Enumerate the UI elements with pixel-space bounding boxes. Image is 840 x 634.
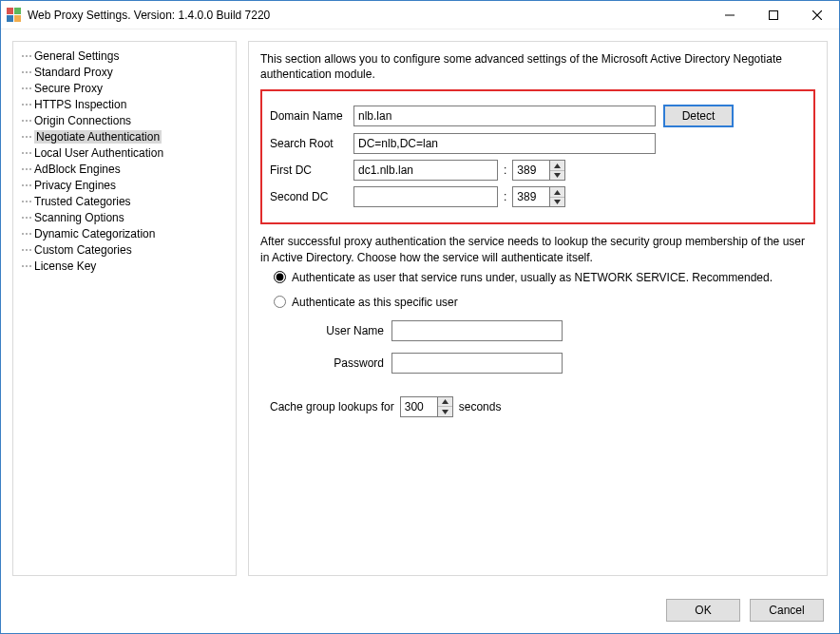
sidebar-item-custom-categories[interactable]: ⋯Custom Categories bbox=[17, 241, 232, 258]
ok-button[interactable]: OK bbox=[666, 599, 740, 622]
svg-marker-4 bbox=[554, 163, 561, 168]
auth-radio-specific-user[interactable]: Authenticate as this specific user bbox=[274, 296, 815, 309]
sidebar-item-standard-proxy[interactable]: ⋯Standard Proxy bbox=[17, 64, 232, 80]
close-button[interactable] bbox=[795, 1, 839, 29]
sidebar-item-general-settings[interactable]: ⋯General Settings bbox=[17, 48, 232, 64]
second-dc-port-input[interactable] bbox=[512, 186, 550, 207]
first-dc-row: First DC : bbox=[270, 160, 806, 181]
username-row: User Name bbox=[308, 320, 815, 341]
password-row: Password bbox=[308, 353, 815, 374]
sidebar-item-negotiate-authentication[interactable]: ⋯Negotiate Authentication bbox=[17, 128, 232, 144]
domain-name-input[interactable] bbox=[353, 106, 656, 126]
settings-window: Web Proxy Settings. Version: 1.4.0.0 Bui… bbox=[0, 0, 840, 634]
password-label: Password bbox=[308, 356, 384, 370]
cancel-button[interactable]: Cancel bbox=[750, 599, 824, 622]
auth-radio-specific-user-label: Authenticate as this specific user bbox=[292, 296, 458, 309]
sidebar-item-origin-connections[interactable]: ⋯Origin Connections bbox=[17, 112, 232, 128]
second-dc-host-input[interactable] bbox=[353, 186, 498, 207]
cache-seconds-input[interactable] bbox=[400, 396, 438, 417]
sidebar-item-trusted-categories[interactable]: ⋯Trusted Categories bbox=[17, 193, 232, 209]
title-bar: Web Proxy Settings. Version: 1.4.0.0 Bui… bbox=[1, 1, 839, 29]
sidebar-item-local-user-authentication[interactable]: ⋯Local User Authentication bbox=[17, 144, 232, 161]
maximize-button[interactable] bbox=[752, 1, 795, 29]
svg-rect-1 bbox=[770, 10, 778, 19]
highlighted-region: Domain Name Detect Search Root First DC … bbox=[260, 89, 815, 224]
domain-name-row: Domain Name Detect bbox=[270, 105, 806, 127]
window-title: Web Proxy Settings. Version: 1.4.0.0 Bui… bbox=[28, 9, 270, 22]
sidebar: ⋯General Settings ⋯Standard Proxy ⋯Secur… bbox=[12, 41, 237, 576]
search-root-row: Search Root bbox=[270, 133, 806, 154]
detect-button[interactable]: Detect bbox=[663, 105, 734, 127]
sidebar-item-https-inspection[interactable]: ⋯HTTPS Inspection bbox=[17, 96, 232, 112]
minimize-button[interactable] bbox=[708, 1, 752, 29]
second-dc-port-down[interactable] bbox=[550, 198, 564, 207]
auth-radio-specific-user-input[interactable] bbox=[274, 296, 286, 308]
window-controls bbox=[708, 1, 839, 29]
second-dc-port-up[interactable] bbox=[550, 187, 564, 198]
cache-suffix: seconds bbox=[459, 400, 502, 413]
auth-explain-text: After successful proxy authentication th… bbox=[260, 234, 815, 264]
first-dc-port-down[interactable] bbox=[550, 171, 564, 181]
second-dc-label: Second DC bbox=[270, 190, 353, 203]
first-dc-port-input[interactable] bbox=[512, 160, 550, 181]
svg-marker-9 bbox=[442, 410, 449, 414]
sidebar-item-privacy-engines[interactable]: ⋯Privacy Engines bbox=[17, 177, 232, 193]
first-dc-label: First DC bbox=[270, 163, 353, 177]
auth-radio-network-service-input[interactable] bbox=[274, 271, 286, 283]
colon-separator: : bbox=[504, 163, 506, 177]
password-input[interactable] bbox=[391, 353, 563, 374]
sidebar-item-scanning-options[interactable]: ⋯Scanning Options bbox=[17, 209, 232, 225]
sidebar-item-license-key[interactable]: ⋯License Key bbox=[17, 258, 232, 274]
body: ⋯General Settings ⋯Standard Proxy ⋯Secur… bbox=[1, 29, 839, 587]
app-icon bbox=[7, 8, 22, 23]
sidebar-item-adblock-engines[interactable]: ⋯AdBlock Engines bbox=[17, 161, 232, 177]
domain-name-label: Domain Name bbox=[270, 109, 353, 123]
sidebar-item-dynamic-categorization[interactable]: ⋯Dynamic Categorization bbox=[17, 225, 232, 241]
cache-seconds-down[interactable] bbox=[438, 407, 452, 416]
intro-text: This section allows you to configure som… bbox=[260, 51, 815, 82]
search-root-input[interactable] bbox=[353, 133, 656, 154]
svg-marker-5 bbox=[554, 173, 561, 178]
cache-prefix: Cache group lookups for bbox=[270, 400, 394, 413]
cache-row: Cache group lookups for seconds bbox=[270, 396, 815, 417]
main-panel: This section allows you to configure som… bbox=[248, 41, 828, 576]
first-dc-port-up[interactable] bbox=[550, 161, 564, 171]
username-input[interactable] bbox=[391, 320, 563, 341]
first-dc-host-input[interactable] bbox=[353, 160, 498, 181]
second-dc-row: Second DC : bbox=[270, 186, 806, 207]
auth-radio-network-service-label: Authenticate as user that service runs u… bbox=[292, 271, 773, 284]
sidebar-item-secure-proxy[interactable]: ⋯Secure Proxy bbox=[17, 80, 232, 96]
svg-marker-8 bbox=[442, 399, 449, 404]
svg-marker-7 bbox=[554, 200, 561, 204]
search-root-label: Search Root bbox=[270, 137, 353, 150]
username-label: User Name bbox=[308, 324, 384, 337]
cache-seconds-up[interactable] bbox=[438, 397, 452, 408]
auth-radio-network-service[interactable]: Authenticate as user that service runs u… bbox=[274, 271, 815, 284]
colon-separator: : bbox=[504, 190, 506, 203]
dialog-footer: OK Cancel bbox=[1, 587, 839, 633]
svg-marker-6 bbox=[554, 190, 561, 195]
